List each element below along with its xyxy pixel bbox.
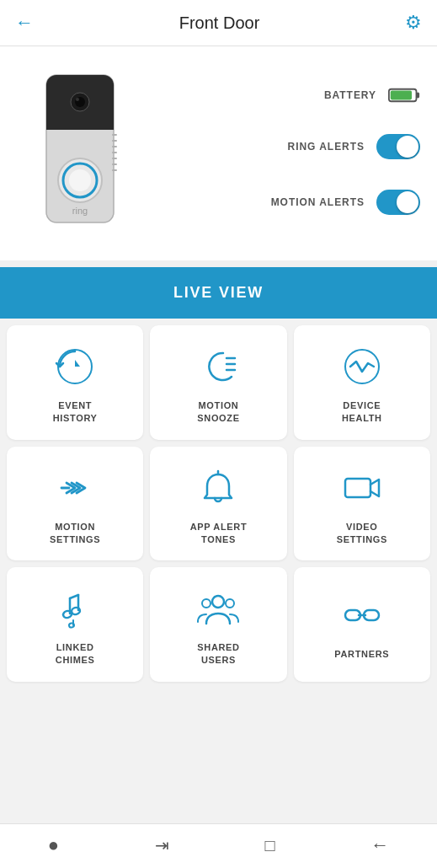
motion-settings-icon bbox=[52, 465, 98, 511]
header: ← Front Door ⚙ bbox=[0, 0, 437, 46]
grid-item-video-settings[interactable]: VIDEOSETTINGS bbox=[294, 447, 430, 561]
battery-row: BATTERY bbox=[160, 87, 420, 104]
back-button[interactable]: ← bbox=[15, 13, 34, 32]
nav-back-button[interactable]: ← bbox=[370, 834, 389, 856]
svg-point-15 bbox=[69, 169, 91, 191]
grid-section: EVENTHISTORY MOTIONSNOOZE bbox=[0, 319, 437, 689]
page-title: Front Door bbox=[179, 13, 260, 33]
battery-icon bbox=[388, 87, 420, 104]
motion-snooze-icon bbox=[195, 344, 241, 389]
bottom-nav: ● ⇥ □ ← bbox=[0, 823, 437, 868]
svg-text:ring: ring bbox=[72, 206, 88, 216]
partners-icon bbox=[339, 592, 385, 638]
svg-rect-11 bbox=[112, 163, 117, 165]
svg-marker-21 bbox=[75, 360, 80, 367]
shared-users-icon bbox=[195, 586, 241, 631]
ring-alerts-row: RING ALERTS bbox=[160, 134, 420, 159]
video-settings-icon bbox=[339, 465, 385, 511]
device-health-label: DEVICEHEALTH bbox=[342, 399, 382, 425]
partners-label: PARTNERS bbox=[334, 648, 389, 661]
device-image: ring bbox=[17, 67, 143, 235]
device-health-icon bbox=[339, 344, 385, 389]
svg-point-5 bbox=[76, 98, 79, 101]
event-history-label: EVENTHISTORY bbox=[53, 399, 98, 425]
svg-point-37 bbox=[226, 599, 234, 608]
grid-item-partners[interactable]: PARTNERS bbox=[294, 567, 430, 682]
svg-rect-8 bbox=[112, 146, 117, 147]
svg-rect-7 bbox=[112, 140, 117, 142]
motion-settings-label: MOTIONSETTINGS bbox=[50, 521, 100, 546]
shared-users-label: SHAREDUSERS bbox=[197, 641, 239, 667]
nav-dot-button[interactable]: ● bbox=[48, 834, 59, 856]
device-controls: BATTERY RING ALERTS MOTION ALERTS bbox=[143, 87, 420, 215]
svg-point-36 bbox=[202, 599, 211, 608]
app-alert-tones-label: APP ALERTTONES bbox=[190, 521, 248, 546]
app-alert-tones-icon bbox=[195, 465, 241, 511]
grid-item-device-health[interactable]: DEVICEHEALTH bbox=[294, 325, 430, 440]
svg-rect-12 bbox=[112, 169, 117, 171]
motion-alerts-label: MOTION ALERTS bbox=[271, 196, 365, 208]
svg-rect-27 bbox=[345, 479, 370, 497]
bottom-spacer bbox=[0, 689, 437, 739]
divider-1 bbox=[0, 260, 437, 267]
svg-rect-10 bbox=[112, 158, 117, 159]
event-history-icon bbox=[52, 344, 98, 389]
grid-item-shared-users[interactable]: SHAREDUSERS bbox=[150, 567, 286, 682]
svg-point-34 bbox=[69, 623, 75, 628]
linked-chimes-icon bbox=[52, 586, 98, 631]
svg-line-30 bbox=[70, 595, 78, 598]
grid-item-motion-snooze[interactable]: MOTIONSNOOZE bbox=[150, 325, 286, 440]
ring-alerts-label: RING ALERTS bbox=[288, 141, 365, 153]
device-section: ring BATTERY RING ALERTS MOTION ALERTS bbox=[0, 46, 437, 260]
nav-recents-button[interactable]: ⇥ bbox=[155, 835, 169, 855]
svg-rect-6 bbox=[112, 134, 117, 136]
feature-grid: EVENTHISTORY MOTIONSNOOZE bbox=[7, 325, 430, 682]
grid-item-linked-chimes[interactable]: LINKEDCHIMES bbox=[7, 567, 143, 682]
motion-alerts-toggle[interactable] bbox=[376, 190, 420, 215]
video-settings-label: VIDEOSETTINGS bbox=[337, 521, 387, 546]
motion-alerts-row: MOTION ALERTS bbox=[160, 190, 420, 215]
linked-chimes-label: LINKEDCHIMES bbox=[56, 641, 95, 667]
svg-rect-19 bbox=[391, 91, 412, 100]
grid-item-app-alert-tones[interactable]: APP ALERTTONES bbox=[150, 447, 286, 561]
grid-item-event-history[interactable]: EVENTHISTORY bbox=[7, 325, 143, 440]
ring-alerts-toggle[interactable] bbox=[376, 134, 420, 159]
nav-home-button[interactable]: □ bbox=[264, 836, 274, 855]
svg-rect-9 bbox=[112, 152, 117, 153]
svg-point-35 bbox=[212, 596, 224, 608]
svg-point-32 bbox=[71, 607, 81, 615]
motion-snooze-label: MOTIONSNOOZE bbox=[197, 399, 239, 425]
live-view-button[interactable]: LIVE VIEW bbox=[0, 267, 437, 319]
gear-icon[interactable]: ⚙ bbox=[405, 12, 422, 34]
svg-rect-18 bbox=[416, 92, 419, 98]
battery-label: BATTERY bbox=[324, 89, 376, 101]
grid-item-motion-settings[interactable]: MOTIONSETTINGS bbox=[7, 447, 143, 561]
